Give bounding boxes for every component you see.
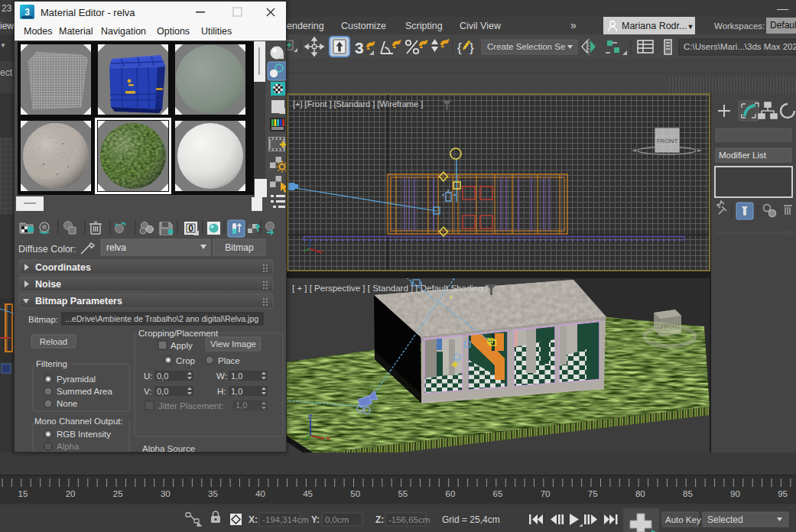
svg-text:Jitter Placement:: Jitter Placement: bbox=[158, 401, 224, 410]
svg-text:75: 75 bbox=[588, 489, 598, 498]
svg-text:relva: relva bbox=[106, 242, 126, 253]
svg-text:V:: V: bbox=[144, 387, 151, 396]
svg-text:55: 55 bbox=[398, 489, 408, 498]
svg-text:Noise: Noise bbox=[35, 279, 61, 290]
svg-text:Material Editor - relva: Material Editor - relva bbox=[41, 7, 135, 18]
svg-text:Grid = 25,4cm: Grid = 25,4cm bbox=[442, 514, 500, 525]
svg-text:Navigation: Navigation bbox=[101, 26, 146, 37]
svg-text:Create Selection Se: Create Selection Se bbox=[487, 42, 565, 51]
svg-text:W:: W: bbox=[216, 371, 227, 381]
svg-text:-194,314cm: -194,314cm bbox=[262, 515, 309, 524]
svg-text:0: 0 bbox=[188, 223, 193, 234]
svg-text:0,0cm: 0,0cm bbox=[325, 515, 349, 524]
svg-text:Modes: Modes bbox=[24, 26, 53, 37]
svg-text:RGB Intensity: RGB Intensity bbox=[57, 430, 111, 439]
svg-text:95: 95 bbox=[778, 489, 788, 498]
svg-text:Alpha: Alpha bbox=[57, 442, 80, 451]
svg-text:3: 3 bbox=[24, 7, 30, 18]
svg-text:Options: Options bbox=[157, 26, 190, 37]
svg-text:15: 15 bbox=[18, 489, 28, 498]
svg-text:Coordinates: Coordinates bbox=[35, 262, 91, 273]
svg-text:Filtering: Filtering bbox=[36, 359, 67, 368]
svg-text:1,0: 1,0 bbox=[231, 387, 242, 396]
svg-text:FRONT: FRONT bbox=[661, 323, 681, 330]
svg-text:45: 45 bbox=[303, 489, 313, 498]
svg-text:0,0: 0,0 bbox=[157, 387, 168, 396]
svg-text:70: 70 bbox=[541, 489, 551, 498]
svg-text:Summed Area: Summed Area bbox=[57, 387, 112, 396]
svg-text:Y:: Y: bbox=[311, 514, 320, 525]
svg-text:1,0: 1,0 bbox=[231, 371, 242, 381]
svg-text:40: 40 bbox=[255, 489, 265, 498]
svg-text:Pyramidal: Pyramidal bbox=[57, 375, 96, 384]
svg-text:{: { bbox=[457, 41, 462, 55]
svg-text:H:: H: bbox=[217, 387, 226, 396]
svg-text:X:: X: bbox=[249, 514, 258, 525]
svg-text:0,0: 0,0 bbox=[157, 371, 168, 381]
svg-text:Utilities: Utilities bbox=[201, 26, 232, 37]
svg-text:65: 65 bbox=[493, 489, 503, 498]
svg-text:...eDrive\Ambiente de Trabalho: ...eDrive\Ambiente de Trabalho\2 ano dig… bbox=[65, 314, 258, 323]
svg-text:50: 50 bbox=[350, 489, 360, 498]
svg-text:30: 30 bbox=[161, 489, 171, 498]
svg-text:Selected: Selected bbox=[707, 514, 743, 525]
svg-text:1,0: 1,0 bbox=[236, 401, 247, 410]
svg-text:C:\Users\Mari...\3ds Max 202: C:\Users\Mari...\3ds Max 202 bbox=[684, 42, 796, 51]
svg-text:Cropping/Placement: Cropping/Placement bbox=[138, 329, 219, 338]
svg-text:Bitmap:: Bitmap: bbox=[28, 315, 58, 324]
svg-text:80: 80 bbox=[635, 489, 645, 498]
svg-text:20: 20 bbox=[66, 489, 76, 498]
svg-text:[ + ] [ Perspective ] [ Standa: [ + ] [ Perspective ] [ Standard ] [ Def… bbox=[292, 284, 488, 293]
svg-text:[+] [Front ] [Standard ] [Wire: [+] [Front ] [Standard ] [Wireframe ] bbox=[293, 99, 423, 109]
svg-text:-156,65cm: -156,65cm bbox=[388, 515, 430, 524]
svg-text:FRONT: FRONT bbox=[657, 138, 678, 144]
svg-text:85: 85 bbox=[683, 489, 693, 498]
svg-text:Bitmap Parameters: Bitmap Parameters bbox=[35, 296, 122, 307]
svg-text:Modifier List: Modifier List bbox=[719, 151, 767, 160]
svg-text:U:: U: bbox=[144, 371, 153, 381]
svg-text:Z:: Z: bbox=[375, 514, 384, 525]
svg-text:60: 60 bbox=[446, 489, 456, 498]
svg-text:3: 3 bbox=[355, 39, 364, 57]
svg-text:Crop: Crop bbox=[176, 356, 195, 365]
svg-text:Auto Key: Auto Key bbox=[665, 515, 701, 524]
svg-text:}: } bbox=[469, 41, 474, 55]
svg-text:Reload: Reload bbox=[40, 337, 67, 346]
svg-text:View Image: View Image bbox=[210, 339, 256, 349]
svg-text:35: 35 bbox=[208, 489, 218, 498]
svg-text:Place: Place bbox=[218, 356, 240, 365]
svg-text:Alpha Source: Alpha Source bbox=[142, 444, 195, 452]
svg-text:Mono Channel Output:: Mono Channel Output: bbox=[34, 417, 123, 426]
svg-text:Bitmap: Bitmap bbox=[225, 242, 254, 253]
svg-text:90: 90 bbox=[730, 489, 740, 498]
svg-text:None: None bbox=[57, 399, 78, 408]
svg-text:Apply: Apply bbox=[171, 341, 193, 350]
svg-text:25: 25 bbox=[113, 489, 123, 498]
svg-text:Material: Material bbox=[59, 26, 93, 37]
svg-text:Diffuse Color:: Diffuse Color: bbox=[18, 244, 76, 255]
